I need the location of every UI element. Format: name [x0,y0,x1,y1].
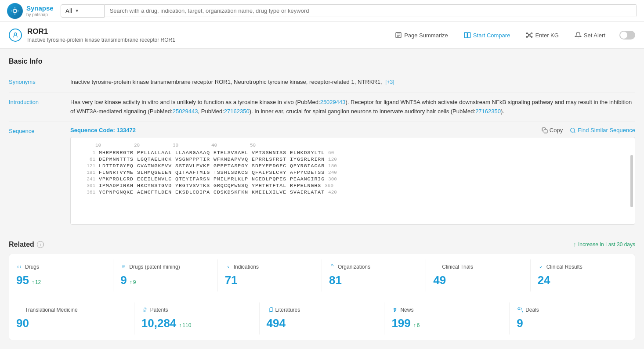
sequence-viewer[interactable]: 10 20 30 40 50 1 MHRPRRRGTR PPLLALLAAL L… [70,137,635,225]
pubmed1-link[interactable]: 25029443 [320,99,346,105]
app-title: Synapse [26,4,54,12]
synonyms-text: Inactive tyrosine-protein kinase transme… [70,79,382,85]
svg-point-1 [14,33,16,35]
news-icon: " /> [391,307,398,313]
start-compare-button[interactable]: Start Compare [460,30,514,40]
seq-line-end: 360 [325,183,333,188]
search-input[interactable] [105,5,637,17]
toggle-knob [620,32,627,39]
pubmed2-link[interactable]: 25029443 [173,108,198,115]
basic-info-title: Basic Info [9,58,635,65]
introduction-value: Has very low kinase activity in vitro an… [70,98,635,116]
pubmed4-link[interactable]: 27162350 [475,108,501,115]
related-title: Related [9,241,34,248]
entity-subtitle: Inactive tyrosine-protein kinase transme… [27,37,175,43]
enter-kg-button[interactable]: Enter KG [522,30,562,40]
seq-chunk: QFAIPSLCHY [252,169,286,175]
related-count-wrap: 24 [538,273,628,287]
seq-chunk: ETELSVSAEL [213,150,248,155]
related-cell[interactable]: " /> Translational Medicine 90 [9,302,134,335]
related-cell[interactable]: " /> Clinical Results 24 [531,259,635,291]
related-grid-wrapper: " /> Drugs 95 ↑12 " /> Drugs (patent min… [9,254,635,340]
related-item-label: Clinical Results [546,264,582,270]
seq-chunk: PMILMRLKLP [213,176,248,182]
introduction-row: Introduction Has very low kinase activit… [9,93,635,122]
entity-action-bar: Page Summarize Start Compare Enter KG [391,30,635,40]
search-bar [105,4,637,17]
seq-line-blocks: VPKPRDLCRD ECEILENVLC QTEYIFARSN PMILMRL… [99,176,325,182]
synonyms-more-link[interactable]: [+3] [385,79,394,85]
related-info-icon[interactable]: i [37,241,44,248]
intro-text-1: Has very low kinase activity in vitro an… [70,99,320,105]
seq-chunk: CDSKDSKFKN [213,189,248,195]
intro-final: ). [501,108,504,115]
info-table: Synonyms Inactive tyrosine-protein kinas… [9,72,635,230]
related-label-wrap: " /> Drugs (patent mining) [120,264,210,270]
related-cell[interactable]: " /> Drugs (patent mining) 9 ↑9 [113,259,217,291]
related-item-count: 9 [517,317,523,330]
seq-chunk: AFPYCDETSS [290,169,325,175]
related-cell[interactable]: " /> Drugs 95 ↑12 [9,259,113,291]
enter-kg-label: Enter KG [535,32,558,39]
related-item-count: 49 [433,273,446,287]
pubmed3-link[interactable]: 27162350 [224,108,250,115]
seq-line-start: 181 [78,170,95,175]
related-cell[interactable]: " /> Organizations 81 [322,259,426,291]
related-item-count: 95 [16,273,29,287]
related-title-wrap: Related i [9,241,44,248]
main-content: Basic Info Synonyms Inactive tyrosine-pr… [0,49,644,349]
patent2-icon: " /> [141,307,148,313]
start-compare-label: Start Compare [473,32,510,39]
sequence-line: 121 LDTTDTGYFQ CVATNGKEVV SSTGVLFVKF GPP… [78,163,628,169]
related-cell[interactable]: " /> Literatures 494 [260,302,385,335]
related-item-count: 9 [120,273,127,287]
seq-chunk: HKCYNSTGVD [137,183,172,188]
related-item-count: 71 [225,273,238,287]
logo-icon [7,3,23,19]
related-cell[interactable]: " /> Deals 9 [510,302,635,335]
seq-chunk: TSSHLSDKCS [213,169,248,175]
seq-chunk: GPPPTASPGY [213,163,248,169]
count-increase: ↑9 [130,279,136,285]
sequence-ruler: 10 20 30 40 50 [78,143,628,148]
sequence-row: Sequence Sequence Code: 133472 [9,122,635,230]
related-cell[interactable]: " /> Patents 10,284 ↑110 [134,302,260,335]
copy-label: Copy [550,127,563,133]
sequence-label: Sequence [9,127,70,134]
sequence-code: Sequence Code: 133472 [70,127,136,133]
seq-chunk: NCEDLPQPES [252,176,286,182]
related-cell[interactable]: " /> Clinical Trials 49 [426,259,530,291]
copy-sequence-button[interactable]: Copy [542,127,563,133]
related-row-2: " /> Translational Medicine 90 " /> Pate… [9,297,635,340]
svg-rect-4 [468,32,470,38]
seq-chunk: ECEILENVLC [137,176,172,182]
related-cell[interactable]: " /> Indications 71 [218,259,322,291]
up-arrow-icon: ↑ [179,322,181,328]
related-item-label: Indications [234,264,259,270]
svg-rect-3 [464,32,467,38]
find-similar-sequence-button[interactable]: Find Similar Sequence [570,127,635,133]
related-count-wrap: 81 [329,273,419,287]
svg-point-6 [527,33,528,34]
related-count-wrap: 199 ↑6 [391,317,502,330]
seq-line-blocks: FIGNRTVYME SLHMQGEIEN QITAAFTMIG TSSHLSD… [99,169,325,175]
search-category-dropdown[interactable]: All ▼ [61,4,105,18]
basic-info-section: Basic Info Synonyms Inactive tyrosine-pr… [9,58,635,230]
related-label-wrap: " /> Patents [141,307,252,313]
increase-badge: ↑ Increase in Last 30 days [573,241,635,248]
related-count-wrap: 9 [517,317,628,330]
seq-chunk: PEAANCIRIG [290,176,325,182]
page-summarize-button[interactable]: Page Summarize [391,30,452,40]
sequence-line: 61 DEPMNNTTTS LGQTAELHCK VSGNPPPTIR WFKN… [78,156,628,162]
alert-toggle[interactable] [619,31,635,40]
seq-chunk: CVATNGKEVV [137,163,172,169]
set-alert-button[interactable]: Set Alert [571,30,609,40]
entity-name: ROR1 [27,27,175,36]
related-count-wrap: 9 ↑9 [120,273,210,287]
patent-icon: " /> [120,264,127,270]
related-label-wrap: " /> Literatures [267,307,377,313]
seq-chunk: LDTTDTGYFQ [99,163,134,169]
related-label-wrap: " /> Translational Medicine [16,307,127,313]
related-cell[interactable]: " /> News 199 ↑6 [384,302,510,335]
entity-type-icon [9,29,22,42]
